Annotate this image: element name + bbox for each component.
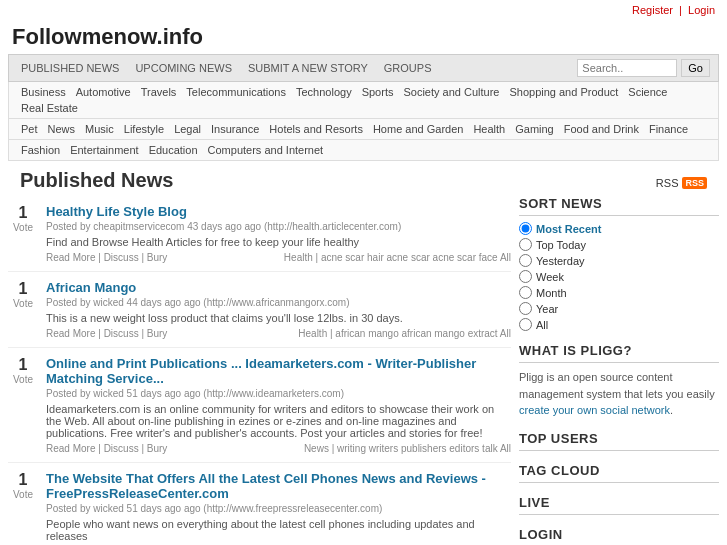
sort-radio-all[interactable]: [519, 318, 532, 331]
news-source-link[interactable]: (http://www.africanmangorx.com): [203, 297, 349, 308]
news-title-link[interactable]: Online and Print Publications ... Ideama…: [46, 356, 476, 386]
news-actions: Read More | Discuss | Bury Health | acne…: [46, 252, 511, 263]
category-link[interactable]: Entertainment: [66, 143, 142, 157]
category-link[interactable]: Lifestyle: [120, 122, 168, 136]
news-action-link[interactable]: Read More: [46, 328, 95, 339]
category-link[interactable]: Insurance: [207, 122, 263, 136]
category-link[interactable]: Telecommunications: [182, 85, 290, 99]
vote-box: 1 Vote: [8, 471, 38, 545]
news-source-link[interactable]: (http://www.freepressreleasecenter.com): [203, 503, 382, 514]
category-link[interactable]: Music: [81, 122, 118, 136]
category-link[interactable]: Computers and Internet: [204, 143, 328, 157]
rss-icon[interactable]: RSS: [682, 177, 707, 189]
category-link[interactable]: Food and Drink: [560, 122, 643, 136]
category-link[interactable]: Education: [145, 143, 202, 157]
category-link[interactable]: Business: [17, 85, 70, 99]
nav-upcoming-news[interactable]: UPCOMING NEWS: [131, 60, 236, 76]
search-area: Go: [577, 59, 710, 77]
category-link[interactable]: Real Estate: [17, 101, 82, 115]
news-author-link[interactable]: wicked: [93, 503, 124, 514]
news-action-link[interactable]: Bury: [147, 443, 168, 454]
vote-number: 1: [8, 356, 38, 374]
sort-label-yesterday: Yesterday: [536, 255, 585, 267]
tag-cloud-section: TAG CLOUD: [519, 463, 719, 483]
news-list: 1 Vote Healthy Life Style Blog Posted by…: [8, 196, 511, 545]
news-author-link[interactable]: wicked: [93, 297, 124, 308]
vote-label: Vote: [8, 222, 38, 233]
category-link[interactable]: Shopping and Product: [505, 85, 622, 99]
category-link[interactable]: News: [44, 122, 80, 136]
news-meta: Posted by wicked 51 days ago ago (http:/…: [46, 388, 511, 399]
nav-groups[interactable]: GROUPS: [380, 60, 436, 76]
news-content: The Website That Offers All the Latest C…: [46, 471, 511, 545]
sort-radio-year[interactable]: [519, 302, 532, 315]
news-actions: Read More | Discuss | Bury News | writin…: [46, 443, 511, 454]
news-action-link[interactable]: Discuss: [104, 328, 139, 339]
create-social-network-link[interactable]: create your own social network: [519, 404, 670, 416]
news-source-link[interactable]: (http://www.ideamarketers.com): [203, 388, 344, 399]
category-link[interactable]: Home and Garden: [369, 122, 468, 136]
news-title-link[interactable]: Healthy Life Style Blog: [46, 204, 187, 219]
sort-option-top-today: Top Today: [519, 238, 719, 251]
category-link[interactable]: Gaming: [511, 122, 558, 136]
sort-label-most-recent: Most Recent: [536, 223, 601, 235]
news-action-link[interactable]: Read More: [46, 443, 95, 454]
sort-radio-month[interactable]: [519, 286, 532, 299]
page-title: Published News: [8, 161, 185, 196]
category-link[interactable]: Society and Culture: [399, 85, 503, 99]
nav-submit-story[interactable]: SUBMIT A NEW STORY: [244, 60, 372, 76]
category-link[interactable]: Finance: [645, 122, 692, 136]
category-link[interactable]: Science: [624, 85, 671, 99]
category-link[interactable]: Automotive: [72, 85, 135, 99]
news-action-link[interactable]: Read More: [46, 252, 95, 263]
vote-number: 1: [8, 204, 38, 222]
news-title-link[interactable]: The Website That Offers All the Latest C…: [46, 471, 486, 501]
sort-label-year: Year: [536, 303, 558, 315]
search-input[interactable]: [577, 59, 677, 77]
news-action-link[interactable]: Bury: [147, 252, 168, 263]
news-tags: Health | african mango african mango ext…: [298, 328, 511, 339]
news-author-link[interactable]: cheapitmservicecom: [93, 221, 184, 232]
sort-radio-yesterday[interactable]: [519, 254, 532, 267]
news-meta: Posted by cheapitmservicecom 43 days ago…: [46, 221, 511, 232]
vote-label: Vote: [8, 374, 38, 385]
sort-radio-top-today[interactable]: [519, 238, 532, 251]
category-link[interactable]: Hotels and Resorts: [265, 122, 367, 136]
register-link[interactable]: Register: [632, 4, 673, 16]
news-source-link[interactable]: (http://health.articlecenter.com): [264, 221, 401, 232]
category-link[interactable]: Legal: [170, 122, 205, 136]
sort-radio-week[interactable]: [519, 270, 532, 283]
sort-option-all: All: [519, 318, 719, 331]
what-is-pligg-section: WHAT IS PLIGG? Pligg is an open source c…: [519, 343, 719, 419]
news-item: 1 Vote African Mango Posted by wicked 44…: [8, 272, 511, 348]
vote-label: Vote: [8, 489, 38, 500]
main-navigation: PUBLISHED NEWS UPCOMING NEWS SUBMIT A NE…: [8, 54, 719, 82]
sort-radio-most-recent[interactable]: [519, 222, 532, 235]
news-action-link[interactable]: Bury: [147, 328, 168, 339]
news-actions: Read More | Discuss | Bury Health | afri…: [46, 328, 511, 339]
nav-published-news[interactable]: PUBLISHED NEWS: [17, 60, 123, 76]
vote-label: Vote: [8, 298, 38, 309]
category-link[interactable]: Travels: [137, 85, 181, 99]
sort-label-month: Month: [536, 287, 567, 299]
live-section: LIVE: [519, 495, 719, 515]
category-link[interactable]: Sports: [358, 85, 398, 99]
search-button[interactable]: Go: [681, 59, 710, 77]
what-is-pligg-title: WHAT IS PLIGG?: [519, 343, 719, 363]
news-title-link[interactable]: African Mango: [46, 280, 136, 295]
news-action-link[interactable]: Discuss: [104, 252, 139, 263]
live-title: LIVE: [519, 495, 719, 515]
vote-number: 1: [8, 471, 38, 489]
category-link[interactable]: Health: [469, 122, 509, 136]
news-action-link[interactable]: Discuss: [104, 443, 139, 454]
category-link[interactable]: Pet: [17, 122, 42, 136]
category-link[interactable]: Technology: [292, 85, 356, 99]
category-row-2: PetNewsMusicLifestyleLegalInsuranceHotel…: [8, 119, 719, 140]
news-tags: Health | acne scar hair acne scar acne s…: [284, 252, 511, 263]
login-link[interactable]: Login: [688, 4, 715, 16]
news-summary: Ideamarketers.com is an online community…: [46, 403, 511, 439]
news-author-link[interactable]: wicked: [93, 388, 124, 399]
news-content: Healthy Life Style Blog Posted by cheapi…: [46, 204, 511, 263]
category-link[interactable]: Fashion: [17, 143, 64, 157]
sort-option-yesterday: Yesterday: [519, 254, 719, 267]
